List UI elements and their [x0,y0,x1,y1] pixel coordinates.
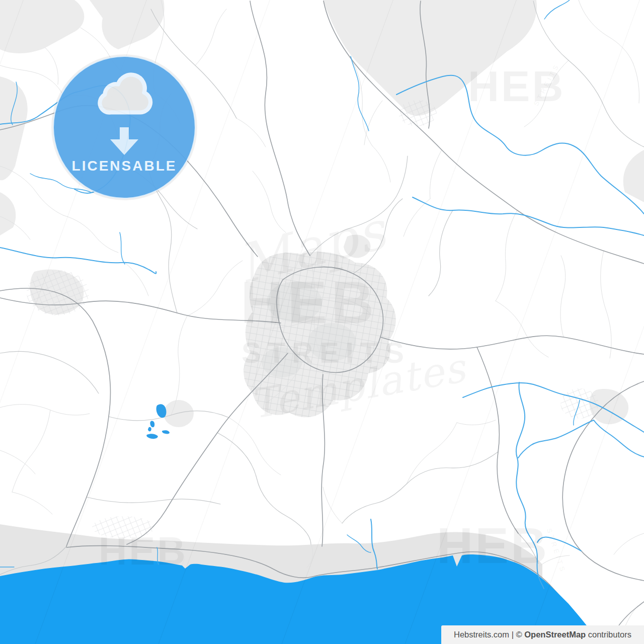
attribution-site-link[interactable]: Hebstreits.com | © [454,630,524,639]
download-arrow-icon [102,127,147,155]
attribution-bar: Hebstreits.com | © OpenStreetMap contrib… [441,625,644,644]
attribution-osm-link[interactable]: OpenStreetMap [524,630,586,639]
map-stage: Maps HEB STREITS Templates HEB STREITS H… [0,0,644,644]
cloud-icon [89,71,159,123]
licensable-label: LICENSABLE [54,158,195,174]
licensable-badge[interactable]: LICENSABLE [53,56,196,199]
attribution-contributors-text: contributors [586,630,631,639]
